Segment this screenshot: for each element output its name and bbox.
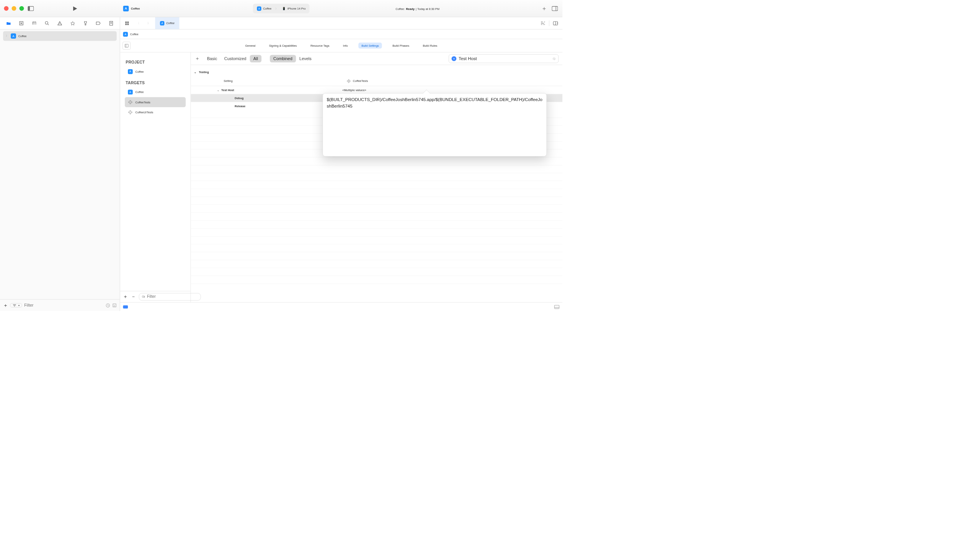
add-files-button[interactable]: ＋ (3, 302, 8, 309)
col-target: CoffeeTests (353, 79, 368, 83)
source-control-navigator-icon[interactable] (15, 17, 28, 29)
editor-tab-signing-capabilities[interactable]: Signing & Capabilities (266, 42, 300, 48)
levels-combined[interactable]: Combined (270, 55, 296, 62)
svg-rect-1 (28, 6, 30, 10)
filter-icon (142, 295, 145, 298)
minimize-window-button[interactable] (11, 6, 16, 11)
editor-tab-build-phases[interactable]: Build Phases (389, 42, 412, 48)
svg-point-24 (142, 295, 144, 297)
project-item[interactable]: A Coffee (125, 67, 186, 77)
svg-text:±: ± (114, 304, 115, 307)
toggle-inspector-button[interactable] (551, 5, 559, 12)
search-scope-icon[interactable]: ≡ (452, 56, 457, 61)
add-setting-button[interactable]: ＋ (195, 55, 201, 62)
target-coffeetests[interactable]: CoffeeTests (125, 97, 186, 107)
zoom-window-button[interactable] (20, 6, 24, 11)
build-settings-search-input[interactable] (459, 56, 551, 61)
svg-rect-22 (125, 44, 128, 47)
symbol-navigator-icon[interactable] (28, 17, 41, 29)
setting-label: Test Host (221, 88, 234, 92)
targets-bottom-bar: ＋ － (120, 291, 190, 302)
svg-point-6 (45, 21, 48, 24)
remove-target-button[interactable]: － (131, 294, 136, 300)
disclosure-icon[interactable]: 〉 (6, 34, 8, 38)
svg-rect-13 (127, 21, 129, 23)
close-window-button[interactable] (4, 6, 8, 11)
project-item-label: Coffee (136, 70, 144, 73)
add-button[interactable]: ＋ (541, 5, 548, 12)
nav-forward-button[interactable]: 〉 (144, 21, 154, 25)
scheme-device: iPhone 14 Pro (287, 7, 305, 10)
editor-tab-bar: 〈 〉 A Coffee + (120, 17, 562, 29)
editor-options-icon[interactable] (538, 21, 548, 25)
project-navigator-icon[interactable] (2, 17, 15, 29)
device-icon: 📱 (282, 7, 286, 10)
toggle-navigator-button[interactable] (27, 5, 35, 12)
editor-tab-resource-tags[interactable]: Resource Tags (307, 42, 333, 48)
navigator-filter-input[interactable] (24, 303, 103, 308)
value-editor-textarea[interactable] (327, 96, 543, 153)
document-tab[interactable]: A Coffee (155, 17, 179, 29)
target-coffeeuitests[interactable]: CoffeeUITests (125, 107, 186, 117)
targets-header: TARGETS (126, 81, 186, 85)
debug-navigator-icon[interactable] (79, 17, 92, 29)
find-navigator-icon[interactable] (41, 17, 53, 29)
section-testing[interactable]: ⌄ Testing (194, 68, 562, 76)
titlebar: A Coffee ACoffee 〉 📱iPhone 14 Pro Coffee… (0, 0, 562, 17)
target-test-icon (128, 110, 133, 115)
levels-levels[interactable]: Levels (296, 55, 315, 62)
target-label: Coffee (136, 90, 144, 94)
svg-rect-14 (125, 23, 127, 25)
project-root-row[interactable]: 〉 A Coffee (3, 31, 117, 41)
toggle-debug-area-icon[interactable] (554, 305, 560, 309)
build-settings-search[interactable]: ≡ ⓧ (449, 54, 559, 63)
svg-text:+: + (556, 21, 558, 24)
scope-all[interactable]: All (250, 55, 261, 62)
recent-filter-icon[interactable] (106, 303, 110, 307)
navigator-and-tabbar: 〈 〉 A Coffee + (0, 17, 562, 29)
project-targets-list: PROJECT A Coffee TARGETS ACoffeeCoffeeTe… (120, 52, 191, 302)
targets-filter-input[interactable] (147, 294, 198, 299)
document-outline-button[interactable] (122, 42, 131, 50)
build-settings-pane: ＋ BasicCustomizedAll CombinedLevels ≡ ⓧ (191, 52, 562, 302)
add-target-button[interactable]: ＋ (123, 294, 128, 300)
related-items-icon[interactable] (122, 21, 132, 25)
status-time: Today at 8:30 PM (417, 7, 439, 11)
breakpoint-navigator-icon[interactable] (92, 17, 105, 29)
run-button[interactable] (72, 5, 79, 12)
scope-segmented: BasicCustomizedAll (204, 55, 261, 62)
debug-area-bar (120, 302, 562, 311)
issue-navigator-icon[interactable] (54, 17, 66, 29)
add-editor-icon[interactable]: + (550, 21, 560, 25)
scm-filter-button[interactable]: ▾ (10, 303, 22, 307)
scope-customized[interactable]: Customized (221, 55, 250, 62)
section-title: Testing (199, 70, 209, 74)
editor-tab-info[interactable]: Info (340, 42, 351, 48)
scheme-selector[interactable]: ACoffee 〉 📱iPhone 14 Pro (253, 3, 310, 13)
status-state: Ready (406, 7, 414, 11)
nav-back-button[interactable]: 〈 (133, 21, 143, 25)
target-col-icon (347, 79, 351, 83)
window-title-text: Coffee (131, 7, 140, 10)
filter-scope-icon[interactable] (123, 305, 128, 309)
crumb-app-icon: A (123, 32, 128, 37)
scm-status-filter-icon[interactable]: ± (112, 303, 116, 307)
target-coffee[interactable]: ACoffee (125, 87, 186, 97)
build-settings-table: ⌄ Testing Setting CoffeeTests (191, 65, 562, 302)
levels-segmented: CombinedLevels (270, 55, 315, 62)
scope-basic[interactable]: Basic (204, 55, 221, 62)
build-settings-toolbar: ＋ BasicCustomizedAll CombinedLevels ≡ ⓧ (191, 52, 562, 65)
project-editor-tabs: GeneralSigning & CapabilitiesResource Ta… (120, 39, 562, 52)
editor-tab-build-rules[interactable]: Build Rules (420, 42, 440, 48)
project-root-label: Coffee (18, 34, 27, 38)
report-navigator-icon[interactable] (105, 17, 118, 29)
target-label: CoffeeTests (136, 101, 150, 104)
editor-tab-build-settings[interactable]: Build Settings (358, 42, 382, 48)
target-app-icon: A (128, 90, 133, 95)
test-navigator-icon[interactable] (66, 17, 79, 29)
window-title: A Coffee (123, 6, 140, 11)
activity-status: Coffee: Ready | Today at 8:30 PM (395, 6, 439, 11)
clear-search-icon[interactable]: ⓧ (553, 57, 555, 60)
jump-bar[interactable]: A Coffee (120, 29, 562, 39)
editor-tab-general[interactable]: General (242, 42, 259, 48)
